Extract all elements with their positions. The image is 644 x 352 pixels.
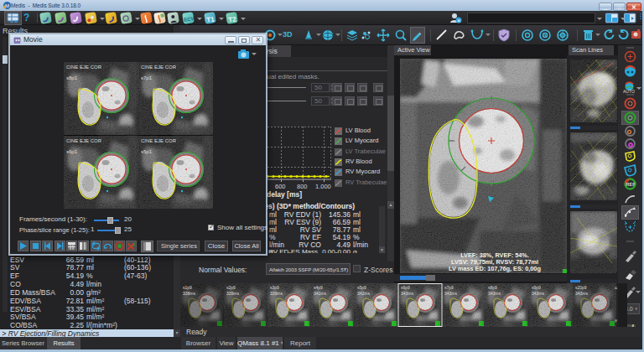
svg-text:s5p1: s5p1 <box>141 149 153 154</box>
svg-text:s9p9: s9p9 <box>532 285 541 290</box>
svg-text:s8p1: s8p1 <box>66 75 78 80</box>
svg-text:343ms: 343ms <box>444 291 458 296</box>
svg-text:343ms: 343ms <box>575 291 589 296</box>
svg-text:342ms: 342ms <box>357 291 371 296</box>
svg-text:s20p9: s20p9 <box>575 285 587 290</box>
svg-text:M: M <box>5 3 9 8</box>
svg-text:s6p9: s6p9 <box>401 285 410 290</box>
svg-text:343ms: 343ms <box>488 291 501 296</box>
svg-text:CINE EJE COR: CINE EJE COR <box>66 138 102 143</box>
svg-text:REF: REF <box>626 182 636 187</box>
svg-text:s5p9: s5p9 <box>357 285 366 290</box>
svg-text:343ms: 343ms <box>532 291 545 296</box>
svg-text:T1: T1 <box>206 15 216 23</box>
svg-text:s6p1: s6p1 <box>66 149 78 154</box>
svg-text:s2p9: s2p9 <box>226 285 236 290</box>
svg-text:s8p9: s8p9 <box>488 285 497 290</box>
svg-text:s3p9: s3p9 <box>270 285 279 290</box>
svg-text:LV mass ED: 107,76g, ES: 0,00g: LV mass ED: 107,76g, ES: 0,00g <box>449 265 541 272</box>
svg-text:T2: T2 <box>228 15 237 23</box>
svg-text:339ms: 339ms <box>226 291 240 296</box>
svg-text:CINE EJE COR: CINE EJE COR <box>66 65 102 70</box>
svg-text:338ms: 338ms <box>183 291 196 296</box>
svg-text:s7p9: s7p9 <box>444 285 454 290</box>
svg-text:ECV: ECV <box>184 16 195 23</box>
svg-text:CINE EJE COR: CINE EJE COR <box>141 138 177 143</box>
svg-text:✕: ✕ <box>456 18 460 23</box>
svg-text:CINE EJE COR: CINE EJE COR <box>141 65 177 70</box>
svg-text:339ms: 339ms <box>270 291 283 296</box>
svg-text:341ms: 341ms <box>314 291 327 296</box>
svg-text:343ms: 343ms <box>401 291 414 296</box>
svg-text:s7p1: s7p1 <box>141 75 153 80</box>
svg-text:s4p9: s4p9 <box>314 285 323 290</box>
svg-text:a: a <box>543 33 547 39</box>
svg-text:s1p9: s1p9 <box>183 285 192 290</box>
